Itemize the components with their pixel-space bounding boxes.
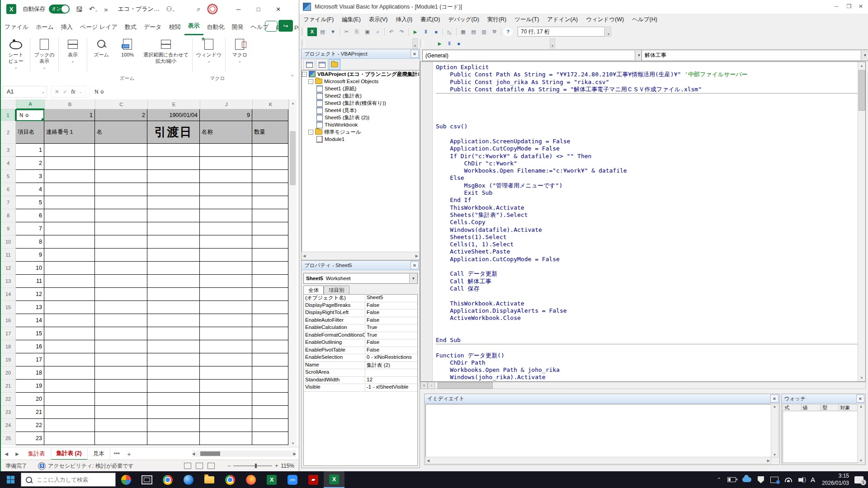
indent-icon[interactable] [355,40,363,47]
immediate-hscrollbar[interactable]: ◀▶ [425,457,771,464]
cell[interactable] [147,222,200,235]
battery-icon[interactable] [727,477,736,482]
project-explorer-icon[interactable]: ▦ [458,28,468,36]
cell[interactable]: 22 [16,419,44,432]
cell[interactable]: 19 [16,380,44,393]
code-line[interactable]: Function データ更新() [436,352,858,359]
cell[interactable] [95,222,147,235]
ribbon-tab[interactable]: データ [140,19,165,35]
cell[interactable] [200,249,252,262]
hscroll-thumb[interactable] [200,451,220,456]
cell[interactable] [200,366,252,380]
row-header[interactable]: 24 [1,419,16,432]
cell[interactable] [95,262,147,275]
watch-column-header[interactable]: 型 [821,404,839,411]
chrome-2-icon[interactable] [220,471,241,488]
cell[interactable]: 11 [16,275,44,288]
cell[interactable] [44,235,95,249]
cell[interactable] [147,366,200,380]
step-over-icon[interactable] [483,40,491,47]
code-line[interactable]: Cells.Copy [436,219,858,226]
code-line[interactable] [436,344,858,352]
design-mode-icon[interactable] [426,40,434,47]
cell[interactable]: 2 [95,109,147,121]
zoom-out-icon[interactable]: − [227,463,231,469]
project-hscrollbar[interactable]: ◀▶ [302,252,420,260]
row-header[interactable]: 17 [1,327,16,340]
cell[interactable]: 16 [16,340,44,353]
edge-icon[interactable] [178,471,199,488]
project-tree[interactable]: -VBAProject (エコ・プランニング産廃集計表-Microsoft Ex… [302,70,420,252]
break-icon[interactable]: ‖ [421,28,430,36]
cell[interactable] [252,262,288,275]
tree-folder[interactable]: -Microsoft Excel Objects [302,78,419,85]
code-line[interactable]: ChDir "c:¥work" [436,160,858,167]
ribbon-button-zoom-to-selection[interactable]: 選択範囲に合わせて 拡大/縮小 [141,37,191,72]
cell[interactable] [252,109,288,121]
tree-item-Sheet2[interactable]: Sheet2 (集計表) [302,92,419,99]
cell[interactable] [252,432,288,445]
cell[interactable] [44,380,95,393]
sheet-tab[interactable]: 集計表 (2) [51,447,88,460]
row-header[interactable]: 9 [1,222,16,235]
new-sheet-button[interactable]: + [123,447,135,460]
comment-block-icon[interactable] [383,40,392,47]
cell[interactable] [200,393,252,406]
cell[interactable] [95,170,147,183]
cell[interactable]: 8 [16,235,44,249]
property-value[interactable]: -1 - xlSheetVisible [365,384,417,391]
sheet-nav-left-icon[interactable]: ◀ [1,447,12,460]
taskbar-search[interactable] [21,473,116,487]
row-header[interactable]: 20 [1,366,16,380]
cell[interactable] [95,196,147,209]
property-row[interactable]: ScrollArea [304,369,417,377]
cell[interactable] [44,209,95,222]
outdent-icon[interactable] [364,40,373,47]
code-line[interactable]: Option Explicit [436,64,858,71]
vba-menu-item[interactable]: 書式(O) [416,16,444,23]
cell[interactable] [252,314,288,327]
tree-item-Sheet4[interactable]: Sheet4 (見本) [302,107,419,114]
cell[interactable] [95,432,147,445]
excel-icon[interactable]: X [261,471,282,488]
selector-dropdown-icon[interactable]: ▼ [409,274,417,283]
run-icon[interactable]: ▶ [410,28,420,36]
ribbon-button-workbook-views[interactable]: ブックの 表示⌄ [31,37,57,72]
ribbon-button-zoom[interactable]: ズーム [88,37,114,72]
vba-menu-item[interactable]: ツール(T) [510,16,543,23]
properties-tab-all[interactable]: 全体 [303,286,324,295]
sheet-nav-right-icon[interactable]: ▶ [12,447,23,460]
cell[interactable] [200,314,252,327]
fx-icon[interactable]: fx [71,89,75,95]
row-header[interactable]: 19 [1,353,16,366]
code-line[interactable] [436,329,858,337]
code-line[interactable]: Application.CutCopyMode = False [436,145,858,152]
watch-header[interactable]: ウォッチ ✕ [782,394,865,404]
cell[interactable] [95,340,147,353]
cancel-icon[interactable]: ✕ [55,89,59,95]
property-value[interactable]: True [365,332,417,339]
cell[interactable] [147,380,200,393]
code-line[interactable]: Public Const joho_rika As String = "rika… [436,79,858,86]
cell[interactable]: 9 [200,109,252,121]
cell[interactable]: 9 [16,249,44,262]
immediate-window-icon[interactable] [511,40,520,47]
vertical-scrollbar[interactable]: ▲ ▼ [289,99,297,447]
cell[interactable] [44,249,95,262]
sheet-overflow-button[interactable]: ••• [110,447,123,460]
column-header-A[interactable]: A [16,99,45,109]
cell[interactable]: 6 [16,209,44,222]
zoom-slider-thumb[interactable] [255,464,257,468]
help-icon[interactable]: ? [503,28,513,36]
cell[interactable] [147,170,200,183]
code-line[interactable]: ThisWorkbook.Activate [436,300,858,307]
cell[interactable] [200,235,252,249]
cell[interactable] [200,406,252,419]
code-line[interactable]: Application.DisplayAlerts = False [436,307,858,314]
watch-close-icon[interactable]: ✕ [856,394,864,403]
collapse-icon[interactable]: - [308,79,313,84]
code-line[interactable] [436,322,858,329]
immediate-content[interactable] [425,404,771,457]
cell[interactable]: 10 [16,262,44,275]
page-layout-view-icon[interactable] [196,463,203,469]
